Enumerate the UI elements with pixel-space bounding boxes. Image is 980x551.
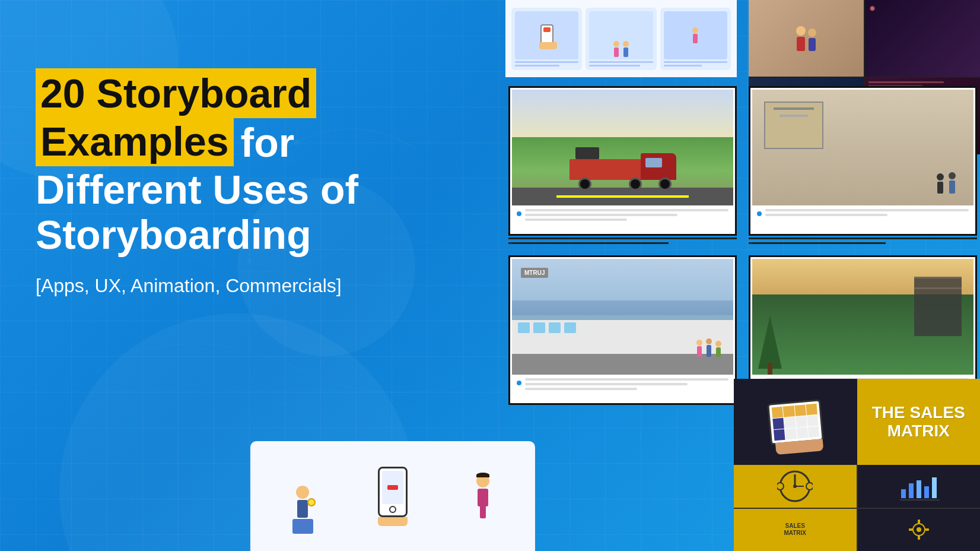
truck-caption bbox=[512, 205, 733, 232]
lightbulb bbox=[307, 498, 316, 506]
title-different-uses: Different Uses of bbox=[36, 167, 358, 212]
train-platform bbox=[512, 354, 733, 375]
truck-storyboard bbox=[508, 86, 737, 236]
cell-2 bbox=[783, 406, 795, 417]
city-caption-marker bbox=[757, 211, 762, 216]
city-fig-1-body bbox=[937, 182, 943, 194]
mid-divider bbox=[508, 238, 737, 244]
svg-rect-13 bbox=[909, 483, 914, 498]
woman-hair bbox=[476, 473, 489, 477]
comic-cell-1 bbox=[749, 0, 864, 77]
sm-cell-clock bbox=[734, 465, 857, 508]
svg-rect-21 bbox=[918, 536, 920, 540]
phone-mockup-area bbox=[352, 467, 434, 526]
truck-vehicle bbox=[569, 149, 676, 191]
cell-1 bbox=[771, 406, 783, 418]
figure-2-head bbox=[623, 41, 629, 47]
cell-4 bbox=[806, 403, 817, 415]
figure-1 bbox=[613, 41, 619, 57]
svg-rect-16 bbox=[932, 477, 937, 498]
city-storyboard bbox=[749, 86, 977, 236]
train-person-3 bbox=[715, 341, 721, 357]
figure-3 bbox=[692, 27, 698, 43]
caption-l3 bbox=[525, 218, 627, 221]
panel-2-caption-line-2 bbox=[589, 65, 640, 66]
truck-scene bbox=[512, 90, 733, 205]
forest-scene bbox=[752, 259, 973, 375]
figure-3-body bbox=[693, 34, 698, 43]
svg-rect-15 bbox=[924, 486, 929, 498]
comic-cell-2-content: ◉ bbox=[865, 0, 980, 77]
gear-svg bbox=[904, 515, 934, 544]
mid-div-right-line-2 bbox=[749, 242, 886, 244]
city-scene bbox=[752, 90, 973, 205]
title-block: 20 Storyboard Examples for Different Use… bbox=[36, 71, 451, 257]
hand-illustration bbox=[539, 42, 557, 49]
tablet-scene bbox=[734, 379, 857, 465]
sm-cell-label: SALESMATRIX bbox=[734, 509, 857, 552]
train-person-1 bbox=[696, 340, 702, 357]
svg-point-19 bbox=[917, 527, 921, 532]
cell-6 bbox=[784, 417, 796, 429]
figure-3-head bbox=[692, 27, 698, 33]
train-caption-l2 bbox=[525, 383, 688, 385]
caption-number-marker bbox=[517, 211, 521, 216]
mid-div-line-1 bbox=[508, 238, 737, 239]
clock-svg bbox=[777, 468, 813, 504]
train-window-2 bbox=[533, 322, 545, 333]
train-person-1-head bbox=[696, 340, 702, 346]
phone-red-btn bbox=[387, 485, 398, 490]
title-highlight-text: 20 Storyboard bbox=[36, 68, 316, 118]
figure-1-body bbox=[614, 48, 619, 57]
panel-3-img bbox=[664, 11, 727, 59]
caption-l2 bbox=[525, 214, 677, 216]
phone-home-btn bbox=[389, 506, 396, 513]
train-scene: MTRUJ bbox=[512, 259, 733, 375]
hero-subtitle: [Apps, UX, Animation, Commercials] bbox=[36, 275, 451, 297]
svg-point-10 bbox=[777, 483, 784, 490]
svg-rect-22 bbox=[909, 528, 913, 531]
city-fig-2-body bbox=[949, 180, 955, 194]
panel-1-caption-line-2 bbox=[515, 65, 559, 66]
woman-skirt bbox=[480, 506, 486, 518]
hero-content: 20 Storyboard Examples for Different Use… bbox=[36, 71, 451, 297]
phone-content bbox=[382, 471, 403, 504]
svg-rect-20 bbox=[918, 520, 920, 524]
title-line-1: 20 Storyboard bbox=[36, 71, 451, 116]
title-line-4: Storyboarding bbox=[36, 213, 451, 257]
sales-matrix-title: THE SALES MATRIX bbox=[864, 404, 973, 441]
char-woman bbox=[442, 474, 523, 518]
comic-fig-1 bbox=[796, 26, 806, 51]
city-caption bbox=[752, 205, 973, 232]
city-caption-text bbox=[765, 209, 969, 218]
train-person-2 bbox=[706, 338, 712, 357]
billboard-line-2 bbox=[779, 115, 808, 117]
title-examples-highlight: Examples bbox=[36, 117, 234, 166]
cell-7 bbox=[795, 416, 807, 428]
caption-text-area bbox=[525, 209, 728, 221]
woman-body bbox=[478, 489, 488, 506]
woman-head bbox=[476, 474, 489, 487]
train-station-sign: MTRUJ bbox=[521, 268, 548, 278]
truck-windshield bbox=[645, 158, 662, 167]
cell-9 bbox=[774, 429, 785, 441]
train-caption-l3 bbox=[525, 388, 637, 390]
app-storyboard-panels bbox=[505, 0, 737, 77]
cell-8 bbox=[807, 414, 819, 426]
tree-1 bbox=[752, 303, 788, 375]
panel-2-caption-line-1 bbox=[589, 61, 653, 63]
sm-cell-settings bbox=[858, 509, 981, 552]
train-storyboard: MTRUJ bbox=[508, 255, 737, 405]
phone-red-button bbox=[543, 27, 551, 32]
mid-div-line-2 bbox=[508, 242, 669, 244]
train-caption-text bbox=[525, 378, 728, 390]
train-caption-l1 bbox=[525, 378, 728, 381]
truck-bed bbox=[569, 159, 647, 180]
city-figure-1 bbox=[937, 173, 944, 194]
podium bbox=[292, 519, 313, 534]
title-storyboarding: Storyboarding bbox=[36, 212, 311, 257]
cell-11 bbox=[796, 427, 808, 439]
truck-container bbox=[569, 149, 676, 191]
lightbulb-area bbox=[307, 498, 316, 506]
city-fig-1-head bbox=[937, 173, 944, 180]
